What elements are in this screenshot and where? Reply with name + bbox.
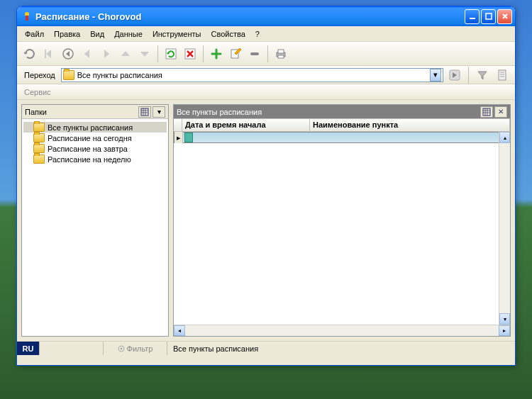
nav-up-icon[interactable] [117, 45, 134, 62]
tree-item-label: Расписание на сегодня [48, 134, 132, 142]
grid-header: Дата и время начала Наименование пункта [174, 119, 510, 132]
scroll-down-icon[interactable]: ▾ [499, 313, 510, 325]
cell-datetime [183, 133, 311, 142]
nav-next-icon[interactable] [98, 45, 115, 62]
svg-point-18 [120, 347, 122, 349]
items-panel-title: Все пункты расписания [177, 108, 479, 116]
toolbar [17, 42, 515, 66]
folder-icon [63, 70, 74, 80]
nav-first-icon[interactable] [40, 45, 57, 62]
close-button[interactable] [497, 9, 512, 24]
delete-icon[interactable] [182, 45, 199, 62]
svg-rect-3 [486, 13, 492, 19]
folder-icon [33, 144, 45, 153]
scroll-left-icon[interactable]: ◂ [174, 325, 185, 336]
column-name[interactable]: Наименование пункта [310, 119, 510, 131]
addressbar: Переход Все пункты расписания ▾ [17, 66, 515, 84]
tree-item-week[interactable]: Расписание на неделю [23, 154, 167, 164]
history-icon[interactable] [21, 45, 38, 62]
minimize-button[interactable] [465, 9, 480, 24]
separator [468, 67, 469, 84]
svg-rect-1 [26, 16, 28, 21]
filter-icon[interactable] [474, 67, 491, 84]
app-window: Расписание - Chorovod Файл Правка Вид Да… [16, 6, 516, 366]
row-indicator-icon: ▸ [174, 132, 183, 143]
app-icon [21, 11, 33, 22]
menu-data[interactable]: Данные [109, 28, 148, 40]
filter-label: Фильтр [127, 344, 153, 353]
content-area: Папки ▾ Все пункты расписания Расписание… [17, 100, 515, 341]
menu-properties[interactable]: Свойства [206, 28, 250, 40]
scroll-up-icon[interactable]: ▴ [499, 132, 510, 143]
chevron-down-icon[interactable]: ▾ [153, 106, 165, 118]
dropdown-arrow-icon[interactable]: ▾ [430, 69, 441, 82]
print-icon[interactable] [272, 45, 289, 62]
scroll-track[interactable] [185, 325, 499, 336]
svg-rect-2 [470, 18, 475, 19]
svg-rect-15 [141, 108, 148, 116]
scroll-right-icon[interactable]: ▸ [499, 325, 510, 336]
folder-icon [33, 123, 45, 132]
servicebar: Сервис [17, 84, 515, 100]
panel-close-icon[interactable]: ✕ [494, 106, 507, 118]
address-input[interactable]: Все пункты расписания ▾ [61, 68, 443, 82]
address-text: Все пункты расписания [77, 71, 430, 79]
table-row[interactable]: ▸ [174, 132, 510, 143]
status-message: Все пункты расписания [167, 342, 515, 355]
svg-rect-9 [250, 52, 259, 55]
refresh-icon[interactable] [162, 45, 179, 62]
window-title: Расписание - Chorovod [35, 11, 465, 22]
tree-item-all[interactable]: Все пункты расписания [23, 122, 167, 133]
folders-panel: Папки ▾ Все пункты расписания Расписание… [21, 104, 169, 337]
folder-tree: Все пункты расписания Расписание на сего… [22, 119, 168, 336]
document-icon [184, 133, 193, 142]
nav-back-icon[interactable] [60, 45, 77, 62]
items-panel: Все пункты расписания ✕ Дата и время нач… [173, 104, 511, 337]
grid-body: ▸ ▴ ▾ [174, 132, 510, 325]
menu-tools[interactable]: Инструменты [148, 28, 206, 40]
folders-panel-title: Папки [25, 108, 137, 116]
tree-item-label: Расписание на неделю [48, 155, 131, 164]
separator [203, 45, 204, 62]
edit-icon[interactable] [227, 45, 244, 62]
language-indicator[interactable]: RU [17, 342, 40, 355]
indicator-column [174, 119, 182, 131]
addressbar-label: Переход [21, 71, 58, 79]
menu-edit[interactable]: Правка [49, 28, 85, 40]
add-icon[interactable] [208, 45, 225, 62]
svg-rect-12 [278, 55, 284, 58]
document-icon[interactable] [494, 67, 511, 84]
go-icon[interactable] [446, 67, 463, 84]
horizontal-scrollbar[interactable]: ◂ ▸ [174, 325, 510, 336]
svg-rect-4 [45, 50, 46, 58]
svg-rect-11 [278, 50, 284, 53]
menu-help[interactable]: ? [250, 28, 265, 40]
nav-prev-icon[interactable] [79, 45, 96, 62]
titlebar[interactable]: Расписание - Chorovod [17, 6, 515, 26]
folder-icon [33, 154, 45, 164]
maximize-button[interactable] [481, 9, 496, 24]
vertical-scrollbar[interactable]: ▴ ▾ [499, 132, 510, 325]
tree-item-tomorrow[interactable]: Расписание на завтра [23, 143, 167, 154]
grid-options-icon[interactable] [480, 106, 493, 118]
service-label: Сервис [24, 88, 51, 96]
folders-panel-header: Папки ▾ [22, 105, 168, 119]
svg-rect-14 [499, 70, 506, 80]
status-spacer [40, 342, 104, 355]
menu-file[interactable]: Файл [20, 28, 49, 40]
filter-status[interactable]: Фильтр [104, 342, 167, 355]
separator [157, 45, 158, 62]
separator [267, 45, 268, 62]
column-datetime[interactable]: Дата и время начала [182, 119, 310, 131]
gear-icon [118, 345, 125, 352]
tree-item-label: Расписание на завтра [48, 145, 128, 153]
menubar: Файл Правка Вид Данные Инструменты Свойс… [17, 26, 515, 42]
tree-item-label: Все пункты расписания [48, 123, 133, 132]
tree-item-today[interactable]: Расписание на сегодня [23, 133, 167, 143]
folder-icon [33, 133, 45, 142]
items-panel-header: Все пункты расписания ✕ [174, 105, 510, 119]
grid-options-icon[interactable] [138, 106, 151, 118]
remove-icon[interactable] [246, 45, 263, 62]
nav-down-icon[interactable] [136, 45, 153, 62]
menu-view[interactable]: Вид [85, 28, 109, 40]
